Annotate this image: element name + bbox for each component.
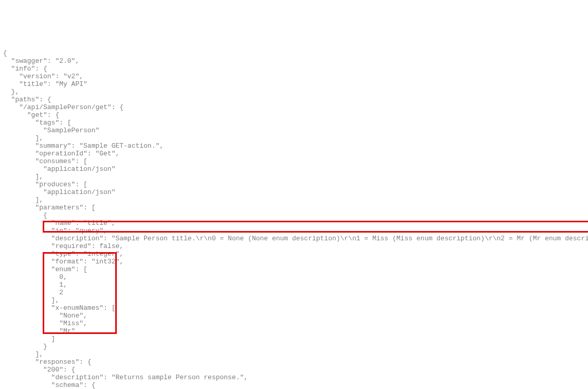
- code-line: "in": "query",: [3, 227, 585, 235]
- code-line: "version": "v2",: [3, 73, 585, 80]
- code-line: "Mr": [3, 327, 585, 335]
- code-line: "paths": {: [3, 96, 585, 103]
- code-line: "/api/SamplePerson/get": {: [3, 103, 585, 111]
- code-line: "SamplePerson": [3, 127, 585, 134]
- code-line: },: [3, 88, 585, 96]
- code-line: "description": "Sample Person title.\r\n…: [3, 235, 585, 242]
- code-line: "consumes": [: [3, 157, 585, 165]
- code-line: 1,: [3, 281, 585, 289]
- code-line: {: [3, 211, 585, 219]
- code-line: "Miss",: [3, 320, 585, 327]
- code-line: "responses": {: [3, 358, 585, 366]
- code-line: ],: [3, 134, 585, 142]
- code-line: "application/json": [3, 188, 585, 196]
- code-line: ],: [3, 173, 585, 181]
- code-line: "required": false,: [3, 242, 585, 250]
- code-line: "description": "Returns sample Person re…: [3, 374, 585, 381]
- code-line: 0,: [3, 273, 585, 281]
- code-line: "get": {: [3, 111, 585, 119]
- code-line: "summary": "Sample GET-action.",: [3, 142, 585, 150]
- code-line: "title": "My API": [3, 80, 585, 88]
- code-line: "swagger": "2.0",: [3, 57, 585, 65]
- code-line: "x-enumNames": [: [3, 304, 585, 312]
- code-line: "None",: [3, 312, 585, 320]
- code-line: "name": "title",: [3, 219, 585, 227]
- code-line: "type": "integer",: [3, 250, 585, 258]
- code-line: "info": {: [3, 65, 585, 73]
- code-line: "tags": [: [3, 119, 585, 127]
- code-line: 2: [3, 289, 585, 296]
- code-line: ]: [3, 335, 585, 343]
- code-line: "operationId": "Get",: [3, 150, 585, 157]
- code-line: "parameters": [: [3, 204, 585, 211]
- code-line: "format": "int32",: [3, 258, 585, 266]
- code-line: ],: [3, 296, 585, 304]
- code-line: "application/json": [3, 165, 585, 173]
- code-lines: { "swagger": "2.0", "info": { "version":…: [3, 49, 585, 389]
- code-line: "enum": [: [3, 266, 585, 273]
- code-line: "200": {: [3, 366, 585, 374]
- code-block: { "swagger": "2.0", "info": { "version":…: [3, 34, 585, 389]
- code-line: "schema": {: [3, 381, 585, 389]
- code-line: ],: [3, 350, 585, 358]
- code-line: {: [3, 49, 585, 57]
- code-line: "produces": [: [3, 181, 585, 188]
- code-line: ],: [3, 196, 585, 204]
- code-line: }: [3, 343, 585, 350]
